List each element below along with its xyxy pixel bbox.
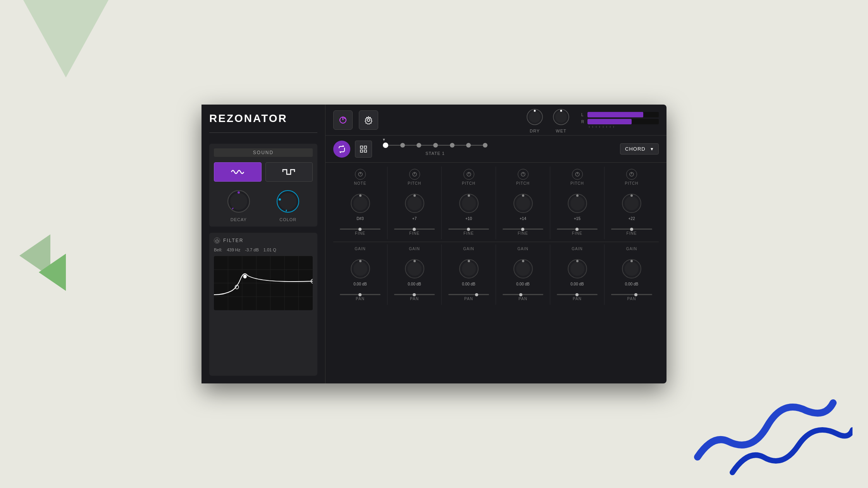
logo-divider: [209, 132, 317, 133]
voice-type-2: PITCH: [462, 181, 475, 186]
svg-point-20: [344, 117, 346, 119]
fine-label-2: FINE: [463, 231, 474, 235]
fine-slider-0[interactable]: [340, 229, 381, 230]
svg-point-61: [630, 194, 633, 197]
pan-col-1: PAN: [388, 290, 442, 305]
svg-point-1: [230, 193, 247, 210]
voice-power-4[interactable]: [572, 169, 583, 180]
gain-knob-0[interactable]: [349, 257, 372, 280]
svg-point-69: [462, 262, 476, 276]
svg-point-23: [529, 111, 541, 123]
fine-col-2: FINE: [442, 225, 496, 239]
state-dot-3[interactable]: [417, 143, 421, 148]
state-dot-2[interactable]: [400, 143, 405, 148]
pan-slider-2[interactable]: [448, 294, 489, 295]
filter-header: ⏻ FILTER: [214, 237, 313, 244]
fine-slider-3[interactable]: [503, 229, 543, 230]
gain-value-1: 0.00 dB: [408, 282, 421, 286]
pitch-knob-3[interactable]: [512, 192, 535, 215]
pan-slider-3[interactable]: [503, 294, 543, 295]
gain-knob-1[interactable]: [403, 257, 426, 280]
pan-slider-0[interactable]: [340, 294, 381, 295]
gain-knob-col-2: 0.00 dB: [442, 255, 496, 290]
gain-value-3: 0.00 dB: [516, 282, 529, 286]
pitch-knob-col-2: +10: [442, 189, 496, 225]
svg-point-26: [555, 111, 567, 123]
settings-button[interactable]: [359, 110, 378, 130]
fine-slider-5[interactable]: [611, 229, 652, 230]
meter-bar-r: [587, 119, 659, 124]
voice-power-5[interactable]: [626, 169, 637, 180]
color-knob-container: COLOR: [274, 188, 301, 222]
voice-col-1: PITCH: [388, 167, 442, 189]
svg-point-60: [625, 196, 639, 210]
svg-point-57: [570, 196, 584, 210]
gain-value-0: 0.00 dB: [353, 282, 367, 286]
wave-buttons: [214, 162, 313, 182]
filter-power-btn[interactable]: ⏻: [214, 237, 220, 244]
loop-button[interactable]: [333, 141, 350, 158]
voice-type-0: NOTE: [354, 181, 367, 186]
voice-power-2[interactable]: [463, 169, 474, 180]
plugin-window: REZONATOR SOUND: [202, 105, 666, 383]
svg-point-55: [522, 194, 524, 197]
fine-slider-4[interactable]: [557, 229, 598, 230]
gain-labels-row: GAIN GAIN GAIN GAIN GAIN GAIN: [333, 244, 659, 255]
state-dot-6[interactable]: [466, 143, 471, 148]
svg-point-52: [468, 194, 470, 197]
wave-button-2[interactable]: [265, 162, 313, 182]
voice-power-3[interactable]: [518, 169, 529, 180]
gain-label-col-0: GAIN: [333, 244, 388, 255]
fine-slider-2[interactable]: [448, 229, 489, 230]
chord-label: CHORD: [625, 146, 646, 152]
pan-col-5: PAN: [604, 290, 659, 305]
state-dot-4[interactable]: [433, 143, 438, 148]
svg-point-48: [408, 196, 422, 210]
state-dot-7[interactable]: [483, 143, 487, 148]
pitch-knob-5[interactable]: [620, 192, 643, 215]
power-button[interactable]: [333, 110, 353, 130]
pitch-knob-4[interactable]: [566, 192, 589, 215]
decay-label: DECAY: [231, 217, 247, 222]
gain-knob-col-1: 0.00 dB: [388, 255, 442, 290]
pan-slider-1[interactable]: [394, 294, 435, 295]
pitch-knob-1[interactable]: [403, 192, 426, 215]
svg-rect-28: [360, 146, 363, 148]
pitch-knob-2[interactable]: [457, 192, 480, 215]
svg-point-76: [576, 260, 579, 262]
gain-knob-5[interactable]: [620, 257, 643, 280]
gain-knob-2[interactable]: [457, 257, 480, 280]
pan-slider-4[interactable]: [557, 294, 598, 295]
pan-slider-5[interactable]: [611, 294, 652, 295]
grid-button[interactable]: [355, 141, 372, 158]
color-knob[interactable]: [274, 188, 301, 215]
pan-label-4: PAN: [573, 297, 582, 301]
main-content: DRY WET L: [326, 105, 666, 383]
dry-knob[interactable]: [525, 107, 545, 127]
gain-label-col-1: GAIN: [388, 244, 442, 255]
wet-knob-container: WET: [551, 107, 571, 133]
fine-slider-1[interactable]: [394, 229, 435, 230]
svg-point-73: [522, 260, 524, 262]
pitch-value-5: +22: [629, 217, 635, 221]
wave-button-1[interactable]: [214, 162, 262, 182]
svg-point-2: [238, 191, 240, 194]
chord-chevron-icon: ▾: [651, 146, 654, 152]
gain-knob-3[interactable]: [512, 257, 535, 280]
state-dot-5[interactable]: [450, 143, 455, 148]
voice-power-1[interactable]: [409, 169, 420, 180]
gain-knob-4[interactable]: [566, 257, 589, 280]
chord-dropdown[interactable]: CHORD ▾: [620, 143, 659, 155]
voice-power-0[interactable]: [355, 169, 366, 180]
pitch-knob-col-1: +7: [388, 189, 442, 225]
decay-knob[interactable]: [225, 188, 252, 215]
wet-knob[interactable]: [551, 107, 571, 127]
fine-col-3: FINE: [496, 225, 550, 239]
voice-col-0: NOTE: [333, 167, 388, 189]
note-knob[interactable]: [349, 192, 372, 215]
svg-point-72: [516, 262, 530, 276]
state-dot-1[interactable]: [383, 143, 388, 148]
voice-col-3: PITCH: [496, 167, 550, 189]
filter-params: Bell: 439 Hz -3.7 dB 1.01 Q: [214, 247, 313, 252]
fine-col-0: FINE: [333, 225, 388, 239]
